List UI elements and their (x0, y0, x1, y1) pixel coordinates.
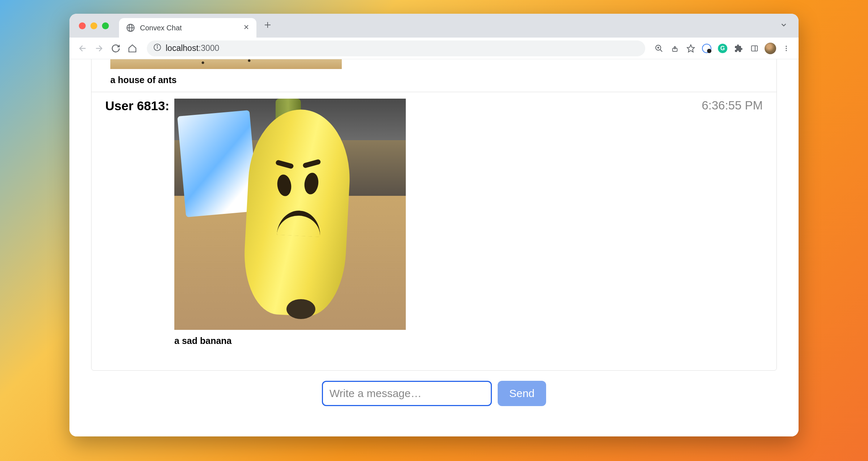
share-icon[interactable] (669, 43, 681, 54)
tab-title: Convex Chat (140, 24, 243, 32)
maximize-window-button[interactable] (102, 22, 109, 29)
svg-point-21 (786, 46, 787, 47)
home-button[interactable] (126, 42, 139, 55)
message-item: a house of ants (92, 59, 776, 92)
close-tab-button[interactable] (243, 24, 249, 32)
bookmark-icon[interactable] (685, 43, 697, 54)
message-image (110, 59, 342, 69)
address-bar[interactable]: localhost:3000 (147, 40, 645, 56)
svg-point-11 (157, 45, 157, 46)
side-panel-icon[interactable] (749, 43, 760, 54)
zoom-icon[interactable] (653, 43, 665, 54)
new-tab-button[interactable] (264, 20, 272, 31)
extensions-icon[interactable] (733, 43, 744, 54)
reload-button[interactable] (109, 42, 122, 55)
message-caption: a sad banana (174, 336, 406, 346)
message-user: User 6813: (105, 99, 169, 113)
url-port: :3000 (199, 43, 220, 53)
browser-window: Convex Chat (69, 14, 799, 436)
browser-toolbar: localhost:3000 (69, 38, 799, 59)
back-button[interactable] (76, 42, 89, 55)
tab-bar: Convex Chat (69, 14, 799, 38)
grammarly-extension-icon[interactable]: G (717, 43, 728, 54)
url-host: localhost (166, 43, 199, 53)
profile-avatar[interactable] (765, 43, 776, 54)
message-timestamp: 6:36:55 PM (702, 99, 763, 112)
message-caption: a house of ants (110, 75, 342, 85)
message-image (174, 99, 406, 330)
svg-point-23 (786, 50, 787, 51)
close-window-button[interactable] (79, 22, 86, 29)
send-button[interactable]: Send (498, 381, 546, 406)
page-content: a house of ants User 6813: (69, 59, 799, 436)
forward-button[interactable] (93, 42, 106, 55)
tabs-dropdown-button[interactable] (780, 21, 788, 30)
svg-rect-19 (752, 46, 758, 51)
svg-line-13 (660, 49, 662, 52)
menu-icon[interactable] (780, 43, 792, 54)
url-text: localhost:3000 (166, 43, 219, 53)
message-item: User 6813: (92, 92, 776, 353)
toolbar-right: G (653, 43, 792, 54)
adblock-extension-icon[interactable] (701, 43, 712, 54)
message-input[interactable] (322, 381, 492, 406)
window-controls (79, 22, 109, 29)
composer: Send (69, 381, 799, 406)
svg-point-22 (786, 48, 787, 49)
svg-marker-18 (687, 45, 694, 52)
globe-icon (126, 23, 135, 32)
messages-list[interactable]: a house of ants User 6813: (91, 59, 777, 371)
site-info-icon[interactable] (153, 43, 161, 53)
minimize-window-button[interactable] (90, 22, 97, 29)
browser-tab[interactable]: Convex Chat (119, 18, 256, 38)
